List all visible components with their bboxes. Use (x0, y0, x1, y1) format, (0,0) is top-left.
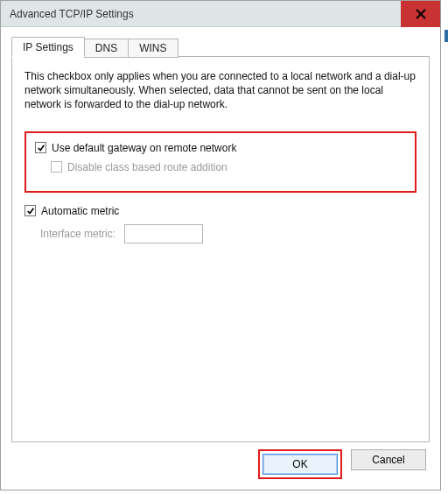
button-label: Cancel (372, 454, 404, 466)
gateway-highlight-box: Use default gateway on remote network Di… (24, 131, 416, 193)
client-area: IP Settings DNS WINS This checkbox only … (1, 27, 440, 490)
ok-button[interactable]: OK (262, 454, 338, 475)
ok-highlight-box: OK (258, 449, 342, 479)
checkbox-disable-class-route (51, 161, 62, 173)
button-label: OK (292, 458, 307, 470)
checkbox-use-default-gateway[interactable] (35, 142, 46, 153)
background-window-edge (444, 30, 448, 42)
checkbox-automatic-metric[interactable] (24, 205, 36, 216)
tab-label: DNS (95, 42, 117, 54)
row-disable-class-route: Disable class based route addition (51, 161, 406, 173)
dialog-window: Advanced TCP/IP Settings IP Settings DNS… (0, 0, 441, 490)
tab-panel-ip-settings: This checkbox only applies when you are … (11, 56, 430, 442)
tab-wins[interactable]: WINS (128, 39, 178, 58)
label-interface-metric: Interface metric: (40, 228, 116, 240)
cancel-button[interactable]: Cancel (351, 449, 426, 470)
label-disable-class-route: Disable class based route addition (67, 161, 228, 173)
background-sliver (443, 0, 448, 494)
tab-label: WINS (139, 42, 166, 54)
label-automatic-metric: Automatic metric (41, 205, 119, 217)
explanation-text: This checkbox only applies when you are … (24, 69, 416, 112)
row-automatic-metric: Automatic metric (24, 205, 416, 217)
close-button[interactable] (401, 1, 440, 27)
input-interface-metric (124, 224, 203, 243)
row-use-default-gateway: Use default gateway on remote network (35, 142, 406, 154)
window-title: Advanced TCP/IP Settings (1, 8, 134, 20)
tab-ip-settings[interactable]: IP Settings (11, 37, 85, 57)
tab-dns[interactable]: DNS (84, 39, 129, 58)
tab-strip: IP Settings DNS WINS (11, 36, 430, 57)
label-use-default-gateway: Use default gateway on remote network (52, 142, 236, 154)
check-icon (26, 207, 35, 215)
tab-label: IP Settings (23, 41, 74, 53)
close-icon (416, 9, 426, 19)
titlebar: Advanced TCP/IP Settings (1, 1, 440, 27)
dialog-button-row: OK Cancel (11, 449, 430, 481)
check-icon (37, 144, 46, 152)
row-interface-metric: Interface metric: (40, 224, 416, 243)
